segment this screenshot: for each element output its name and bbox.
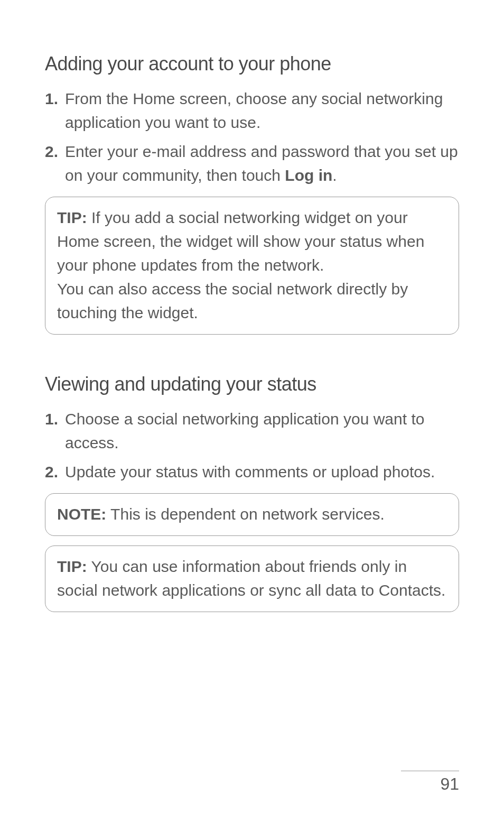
list-item: 1. Choose a social networking applicatio… bbox=[45, 407, 459, 455]
list-item: 2. Enter your e-mail address and passwor… bbox=[45, 140, 459, 187]
list-number: 1. bbox=[45, 87, 65, 110]
tip-paragraph-2: You can also access the social network d… bbox=[57, 277, 447, 325]
note-label: NOTE: bbox=[57, 505, 106, 523]
list-number: 2. bbox=[45, 140, 65, 163]
section-heading-2: Viewing and updating your status bbox=[45, 373, 459, 395]
page-footer: 91 bbox=[401, 771, 459, 794]
list-text-post: . bbox=[332, 167, 337, 184]
list-text: Enter your e-mail address and password t… bbox=[65, 140, 459, 187]
tip-text: If you add a social networking widget on… bbox=[57, 209, 424, 274]
list-text: From the Home screen, choose any social … bbox=[65, 87, 459, 134]
list-item: 2. Update your status with comments or u… bbox=[45, 460, 459, 484]
list-text-pre: Enter your e-mail address and password t… bbox=[65, 143, 458, 184]
note-text: This is dependent on network services. bbox=[106, 505, 384, 523]
tip-text: You can use information about friends on… bbox=[57, 558, 445, 599]
tip-callout: TIP: You can use information about frien… bbox=[45, 545, 459, 612]
section-heading-1: Adding your account to your phone bbox=[45, 53, 459, 75]
note-callout: NOTE: This is dependent on network servi… bbox=[45, 493, 459, 536]
tip-label: TIP: bbox=[57, 558, 87, 575]
tip-paragraph-1: TIP: If you add a social networking widg… bbox=[57, 206, 447, 277]
list-number: 2. bbox=[45, 460, 65, 484]
tip-label: TIP: bbox=[57, 209, 87, 226]
tip-callout: TIP: If you add a social networking widg… bbox=[45, 197, 459, 335]
list-text: Update your status with comments or uplo… bbox=[65, 460, 459, 484]
page-number: 91 bbox=[440, 774, 459, 794]
footer-line bbox=[401, 771, 459, 771]
list-item: 1. From the Home screen, choose any soci… bbox=[45, 87, 459, 134]
list-text-bold: Log in bbox=[285, 167, 332, 184]
list-number: 1. bbox=[45, 407, 65, 431]
list-text: Choose a social networking application y… bbox=[65, 407, 459, 455]
